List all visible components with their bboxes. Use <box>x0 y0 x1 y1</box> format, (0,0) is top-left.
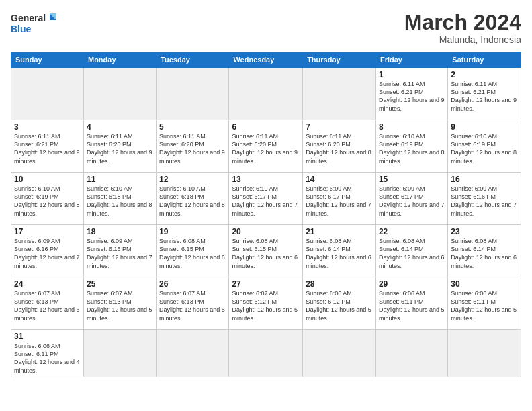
day-number: 18 <box>87 227 153 236</box>
col-wednesday: Wednesday <box>229 52 303 68</box>
calendar-cell: 27Sunrise: 6:07 AM Sunset: 6:12 PM Dayli… <box>229 277 303 330</box>
day-number: 9 <box>451 122 518 132</box>
calendar-cell: 19Sunrise: 6:08 AM Sunset: 6:15 PM Dayli… <box>157 225 229 277</box>
day-number: 26 <box>159 279 226 289</box>
day-number: 23 <box>451 227 518 236</box>
day-info: Sunrise: 6:07 AM Sunset: 6:13 PM Dayligh… <box>87 289 153 322</box>
day-number: 14 <box>306 175 373 184</box>
calendar-cell <box>375 330 447 377</box>
calendar-cell <box>157 68 229 120</box>
day-info: Sunrise: 6:07 AM Sunset: 6:12 PM Dayligh… <box>232 289 300 322</box>
day-info: Sunrise: 6:11 AM Sunset: 6:21 PM Dayligh… <box>14 132 81 165</box>
day-number: 20 <box>232 227 300 236</box>
calendar-cell: 12Sunrise: 6:10 AM Sunset: 6:18 PM Dayli… <box>157 173 229 225</box>
day-number: 15 <box>379 175 445 184</box>
day-number: 13 <box>232 175 300 184</box>
day-number: 31 <box>14 332 81 341</box>
day-info: Sunrise: 6:11 AM Sunset: 6:20 PM Dayligh… <box>87 132 153 165</box>
calendar-cell: 14Sunrise: 6:09 AM Sunset: 6:17 PM Dayli… <box>303 173 376 225</box>
title-block: March 2024 Malunda, Indonesia <box>404 11 521 45</box>
calendar-cell: 26Sunrise: 6:07 AM Sunset: 6:13 PM Dayli… <box>157 277 229 330</box>
calendar-cell <box>11 68 84 120</box>
calendar-cell: 18Sunrise: 6:09 AM Sunset: 6:16 PM Dayli… <box>83 225 156 277</box>
day-number: 21 <box>306 227 373 236</box>
calendar-cell: 22Sunrise: 6:08 AM Sunset: 6:14 PM Dayli… <box>375 225 447 277</box>
day-info: Sunrise: 6:11 AM Sunset: 6:20 PM Dayligh… <box>306 132 373 165</box>
day-number: 1 <box>379 70 445 79</box>
day-number: 5 <box>159 122 226 132</box>
calendar-table: Sunday Monday Tuesday Wednesday Thursday… <box>11 52 521 377</box>
calendar-cell <box>303 68 376 120</box>
calendar-cell <box>229 68 303 120</box>
calendar-cell <box>83 68 156 120</box>
calendar-cell: 2Sunrise: 6:11 AM Sunset: 6:21 PM Daylig… <box>448 68 521 120</box>
day-info: Sunrise: 6:06 AM Sunset: 6:11 PM Dayligh… <box>451 289 518 322</box>
day-number: 22 <box>379 227 445 236</box>
calendar-cell <box>229 330 303 377</box>
calendar-cell: 1Sunrise: 6:11 AM Sunset: 6:21 PM Daylig… <box>375 68 447 120</box>
day-number: 8 <box>379 122 445 132</box>
day-number: 27 <box>232 279 300 289</box>
day-number: 12 <box>159 175 226 184</box>
col-sunday: Sunday <box>11 52 84 68</box>
day-info: Sunrise: 6:08 AM Sunset: 6:14 PM Dayligh… <box>451 237 518 270</box>
calendar-cell: 23Sunrise: 6:08 AM Sunset: 6:14 PM Dayli… <box>448 225 521 277</box>
day-info: Sunrise: 6:08 AM Sunset: 6:14 PM Dayligh… <box>379 237 445 270</box>
day-info: Sunrise: 6:09 AM Sunset: 6:17 PM Dayligh… <box>379 185 445 218</box>
header: General Blue March 2024 Malunda, Indones… <box>11 11 521 45</box>
calendar-cell: 21Sunrise: 6:08 AM Sunset: 6:14 PM Dayli… <box>303 225 376 277</box>
calendar-cell: 30Sunrise: 6:06 AM Sunset: 6:11 PM Dayli… <box>448 277 521 330</box>
calendar-cell: 13Sunrise: 6:10 AM Sunset: 6:17 PM Dayli… <box>229 173 303 225</box>
generalblue-logo-icon: General Blue <box>11 11 58 36</box>
day-info: Sunrise: 6:11 AM Sunset: 6:21 PM Dayligh… <box>379 80 445 113</box>
calendar-cell: 7Sunrise: 6:11 AM Sunset: 6:20 PM Daylig… <box>303 120 376 173</box>
calendar-cell: 24Sunrise: 6:07 AM Sunset: 6:13 PM Dayli… <box>11 277 84 330</box>
day-info: Sunrise: 6:09 AM Sunset: 6:17 PM Dayligh… <box>306 185 373 218</box>
day-info: Sunrise: 6:11 AM Sunset: 6:20 PM Dayligh… <box>159 132 226 165</box>
day-number: 25 <box>87 279 153 289</box>
calendar-cell: 4Sunrise: 6:11 AM Sunset: 6:20 PM Daylig… <box>83 120 156 173</box>
day-number: 3 <box>14 122 81 132</box>
calendar-header-row: Sunday Monday Tuesday Wednesday Thursday… <box>11 52 521 68</box>
day-info: Sunrise: 6:10 AM Sunset: 6:18 PM Dayligh… <box>87 185 153 218</box>
col-saturday: Saturday <box>448 52 521 68</box>
day-number: 19 <box>159 227 226 236</box>
day-number: 30 <box>451 279 518 289</box>
calendar-cell: 25Sunrise: 6:07 AM Sunset: 6:13 PM Dayli… <box>83 277 156 330</box>
day-info: Sunrise: 6:10 AM Sunset: 6:19 PM Dayligh… <box>451 132 518 165</box>
calendar-cell: 31Sunrise: 6:06 AM Sunset: 6:11 PM Dayli… <box>11 330 84 377</box>
day-number: 10 <box>14 175 81 184</box>
calendar-cell: 3Sunrise: 6:11 AM Sunset: 6:21 PM Daylig… <box>11 120 84 173</box>
calendar-cell: 5Sunrise: 6:11 AM Sunset: 6:20 PM Daylig… <box>157 120 229 173</box>
month-title: March 2024 <box>404 11 521 34</box>
day-number: 29 <box>379 279 445 289</box>
location: Malunda, Indonesia <box>404 34 521 45</box>
svg-text:Blue: Blue <box>11 24 32 34</box>
calendar-cell <box>303 330 376 377</box>
calendar-cell: 28Sunrise: 6:06 AM Sunset: 6:12 PM Dayli… <box>303 277 376 330</box>
logo: General Blue <box>11 11 58 36</box>
day-info: Sunrise: 6:10 AM Sunset: 6:17 PM Dayligh… <box>232 185 300 218</box>
calendar-cell: 15Sunrise: 6:09 AM Sunset: 6:17 PM Dayli… <box>375 173 447 225</box>
calendar-cell: 17Sunrise: 6:09 AM Sunset: 6:16 PM Dayli… <box>11 225 84 277</box>
page: General Blue March 2024 Malunda, Indones… <box>0 0 532 411</box>
calendar-cell <box>83 330 156 377</box>
day-info: Sunrise: 6:06 AM Sunset: 6:12 PM Dayligh… <box>306 289 373 322</box>
day-info: Sunrise: 6:10 AM Sunset: 6:19 PM Dayligh… <box>14 185 81 218</box>
day-number: 7 <box>306 122 373 132</box>
day-info: Sunrise: 6:07 AM Sunset: 6:13 PM Dayligh… <box>14 289 81 322</box>
calendar-cell: 20Sunrise: 6:08 AM Sunset: 6:15 PM Dayli… <box>229 225 303 277</box>
col-tuesday: Tuesday <box>157 52 229 68</box>
day-info: Sunrise: 6:11 AM Sunset: 6:21 PM Dayligh… <box>451 80 518 113</box>
calendar-cell <box>448 330 521 377</box>
day-info: Sunrise: 6:08 AM Sunset: 6:15 PM Dayligh… <box>232 237 300 270</box>
day-info: Sunrise: 6:06 AM Sunset: 6:11 PM Dayligh… <box>14 342 81 375</box>
col-thursday: Thursday <box>303 52 376 68</box>
day-number: 6 <box>232 122 300 132</box>
day-number: 17 <box>14 227 81 236</box>
day-info: Sunrise: 6:11 AM Sunset: 6:20 PM Dayligh… <box>232 132 300 165</box>
svg-text:General: General <box>11 13 46 24</box>
calendar-cell: 10Sunrise: 6:10 AM Sunset: 6:19 PM Dayli… <box>11 173 84 225</box>
day-number: 2 <box>451 70 518 79</box>
day-number: 24 <box>14 279 81 289</box>
